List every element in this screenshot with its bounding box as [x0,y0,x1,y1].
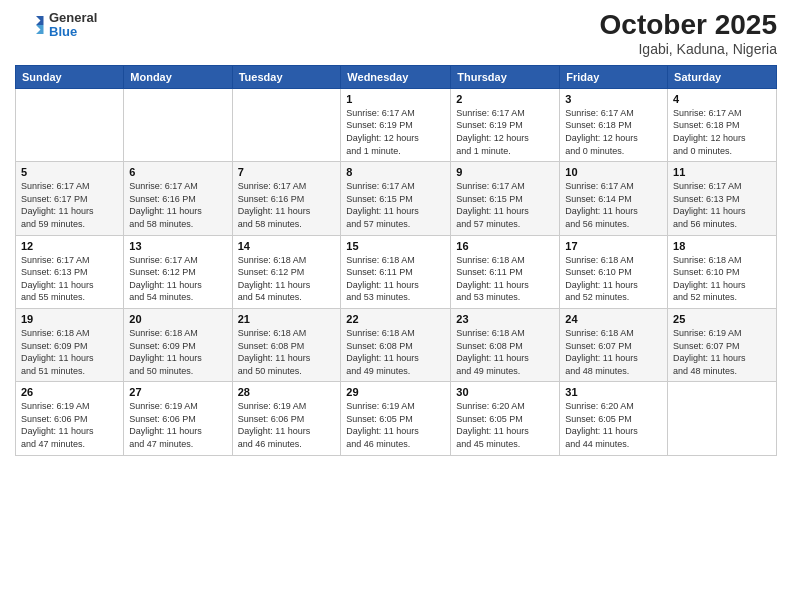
title-block: October 2025 Igabi, Kaduna, Nigeria [600,10,777,57]
day-number: 29 [346,386,445,398]
day-info: Sunrise: 6:17 AM Sunset: 6:19 PM Dayligh… [346,107,445,157]
calendar-cell: 2Sunrise: 6:17 AM Sunset: 6:19 PM Daylig… [451,88,560,161]
header-day-sunday: Sunday [16,65,124,88]
day-info: Sunrise: 6:17 AM Sunset: 6:18 PM Dayligh… [673,107,771,157]
day-info: Sunrise: 6:17 AM Sunset: 6:16 PM Dayligh… [129,180,226,230]
day-info: Sunrise: 6:18 AM Sunset: 6:08 PM Dayligh… [238,327,336,377]
calendar-cell: 8Sunrise: 6:17 AM Sunset: 6:15 PM Daylig… [341,162,451,235]
day-info: Sunrise: 6:17 AM Sunset: 6:18 PM Dayligh… [565,107,662,157]
day-info: Sunrise: 6:17 AM Sunset: 6:19 PM Dayligh… [456,107,554,157]
day-info: Sunrise: 6:17 AM Sunset: 6:12 PM Dayligh… [129,254,226,304]
header-day-monday: Monday [124,65,232,88]
calendar-cell: 5Sunrise: 6:17 AM Sunset: 6:17 PM Daylig… [16,162,124,235]
logo-text: General Blue [49,11,97,40]
day-number: 13 [129,240,226,252]
logo-blue: Blue [49,25,97,39]
day-info: Sunrise: 6:19 AM Sunset: 6:05 PM Dayligh… [346,400,445,450]
calendar-cell: 17Sunrise: 6:18 AM Sunset: 6:10 PM Dayli… [560,235,668,308]
week-row-1: 1Sunrise: 6:17 AM Sunset: 6:19 PM Daylig… [16,88,777,161]
calendar-cell: 13Sunrise: 6:17 AM Sunset: 6:12 PM Dayli… [124,235,232,308]
header-row: SundayMondayTuesdayWednesdayThursdayFrid… [16,65,777,88]
day-number: 12 [21,240,118,252]
calendar-cell [668,382,777,455]
day-info: Sunrise: 6:18 AM Sunset: 6:08 PM Dayligh… [456,327,554,377]
day-number: 2 [456,93,554,105]
day-number: 1 [346,93,445,105]
calendar-cell: 19Sunrise: 6:18 AM Sunset: 6:09 PM Dayli… [16,308,124,381]
day-info: Sunrise: 6:19 AM Sunset: 6:06 PM Dayligh… [21,400,118,450]
calendar-cell: 14Sunrise: 6:18 AM Sunset: 6:12 PM Dayli… [232,235,341,308]
day-info: Sunrise: 6:19 AM Sunset: 6:06 PM Dayligh… [129,400,226,450]
week-row-2: 5Sunrise: 6:17 AM Sunset: 6:17 PM Daylig… [16,162,777,235]
calendar-cell: 18Sunrise: 6:18 AM Sunset: 6:10 PM Dayli… [668,235,777,308]
calendar-body: 1Sunrise: 6:17 AM Sunset: 6:19 PM Daylig… [16,88,777,455]
calendar-cell: 4Sunrise: 6:17 AM Sunset: 6:18 PM Daylig… [668,88,777,161]
logo-general: General [49,11,97,25]
day-number: 14 [238,240,336,252]
day-info: Sunrise: 6:18 AM Sunset: 6:11 PM Dayligh… [346,254,445,304]
day-number: 27 [129,386,226,398]
day-info: Sunrise: 6:18 AM Sunset: 6:10 PM Dayligh… [565,254,662,304]
calendar-cell: 1Sunrise: 6:17 AM Sunset: 6:19 PM Daylig… [341,88,451,161]
header-day-wednesday: Wednesday [341,65,451,88]
day-info: Sunrise: 6:18 AM Sunset: 6:09 PM Dayligh… [129,327,226,377]
calendar-cell: 27Sunrise: 6:19 AM Sunset: 6:06 PM Dayli… [124,382,232,455]
day-number: 25 [673,313,771,325]
week-row-4: 19Sunrise: 6:18 AM Sunset: 6:09 PM Dayli… [16,308,777,381]
day-number: 9 [456,166,554,178]
day-info: Sunrise: 6:17 AM Sunset: 6:13 PM Dayligh… [21,254,118,304]
day-info: Sunrise: 6:17 AM Sunset: 6:14 PM Dayligh… [565,180,662,230]
day-info: Sunrise: 6:18 AM Sunset: 6:07 PM Dayligh… [565,327,662,377]
day-info: Sunrise: 6:17 AM Sunset: 6:15 PM Dayligh… [456,180,554,230]
day-number: 23 [456,313,554,325]
day-info: Sunrise: 6:19 AM Sunset: 6:06 PM Dayligh… [238,400,336,450]
calendar-cell: 9Sunrise: 6:17 AM Sunset: 6:15 PM Daylig… [451,162,560,235]
day-number: 6 [129,166,226,178]
day-info: Sunrise: 6:17 AM Sunset: 6:15 PM Dayligh… [346,180,445,230]
day-info: Sunrise: 6:19 AM Sunset: 6:07 PM Dayligh… [673,327,771,377]
day-number: 16 [456,240,554,252]
calendar-cell: 22Sunrise: 6:18 AM Sunset: 6:08 PM Dayli… [341,308,451,381]
day-number: 31 [565,386,662,398]
day-number: 28 [238,386,336,398]
calendar-cell: 23Sunrise: 6:18 AM Sunset: 6:08 PM Dayli… [451,308,560,381]
calendar-cell: 25Sunrise: 6:19 AM Sunset: 6:07 PM Dayli… [668,308,777,381]
calendar-cell: 29Sunrise: 6:19 AM Sunset: 6:05 PM Dayli… [341,382,451,455]
calendar-subtitle: Igabi, Kaduna, Nigeria [600,41,777,57]
logo: General Blue [15,10,97,40]
day-info: Sunrise: 6:18 AM Sunset: 6:12 PM Dayligh… [238,254,336,304]
day-number: 20 [129,313,226,325]
day-info: Sunrise: 6:18 AM Sunset: 6:11 PM Dayligh… [456,254,554,304]
week-row-5: 26Sunrise: 6:19 AM Sunset: 6:06 PM Dayli… [16,382,777,455]
day-info: Sunrise: 6:17 AM Sunset: 6:13 PM Dayligh… [673,180,771,230]
day-number: 15 [346,240,445,252]
calendar-cell: 10Sunrise: 6:17 AM Sunset: 6:14 PM Dayli… [560,162,668,235]
calendar-cell: 12Sunrise: 6:17 AM Sunset: 6:13 PM Dayli… [16,235,124,308]
calendar-cell: 20Sunrise: 6:18 AM Sunset: 6:09 PM Dayli… [124,308,232,381]
header-day-thursday: Thursday [451,65,560,88]
calendar-cell: 15Sunrise: 6:18 AM Sunset: 6:11 PM Dayli… [341,235,451,308]
header-day-saturday: Saturday [668,65,777,88]
logo-icon [15,10,45,40]
calendar-cell: 11Sunrise: 6:17 AM Sunset: 6:13 PM Dayli… [668,162,777,235]
day-number: 30 [456,386,554,398]
day-number: 21 [238,313,336,325]
day-info: Sunrise: 6:18 AM Sunset: 6:08 PM Dayligh… [346,327,445,377]
calendar-table: SundayMondayTuesdayWednesdayThursdayFrid… [15,65,777,456]
calendar-cell: 28Sunrise: 6:19 AM Sunset: 6:06 PM Dayli… [232,382,341,455]
day-number: 24 [565,313,662,325]
day-number: 5 [21,166,118,178]
calendar-header: SundayMondayTuesdayWednesdayThursdayFrid… [16,65,777,88]
header: General Blue October 2025 Igabi, Kaduna,… [15,10,777,57]
day-number: 7 [238,166,336,178]
calendar-cell: 3Sunrise: 6:17 AM Sunset: 6:18 PM Daylig… [560,88,668,161]
day-number: 19 [21,313,118,325]
day-number: 11 [673,166,771,178]
calendar-cell: 26Sunrise: 6:19 AM Sunset: 6:06 PM Dayli… [16,382,124,455]
day-info: Sunrise: 6:20 AM Sunset: 6:05 PM Dayligh… [456,400,554,450]
day-number: 3 [565,93,662,105]
calendar-cell [16,88,124,161]
calendar-cell: 24Sunrise: 6:18 AM Sunset: 6:07 PM Dayli… [560,308,668,381]
calendar-cell: 6Sunrise: 6:17 AM Sunset: 6:16 PM Daylig… [124,162,232,235]
page: General Blue October 2025 Igabi, Kaduna,… [0,0,792,612]
